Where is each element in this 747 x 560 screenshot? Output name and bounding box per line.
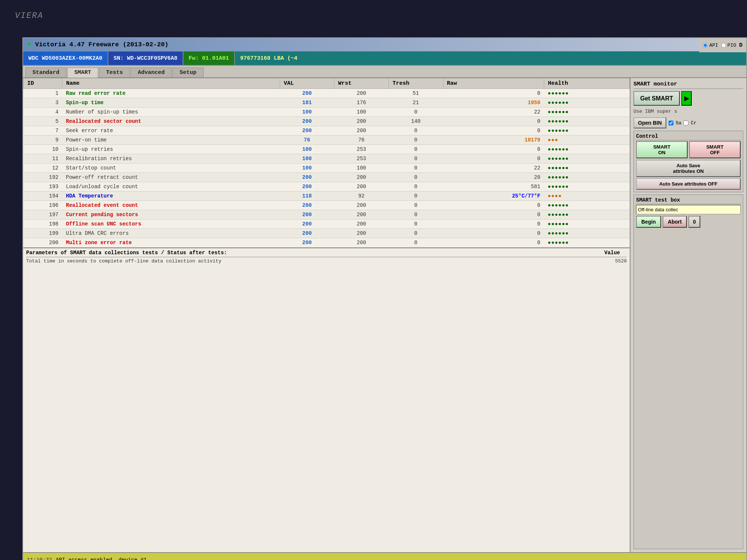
cell-health: ●●●●●● — [544, 117, 630, 126]
smart-on-button[interactable]: SMARTON — [636, 141, 688, 158]
test-box-section: SMART test box Begin Abort 0 — [633, 195, 743, 549]
log-time: 11:10:32 — [27, 557, 52, 560]
cell-tresh: 0 — [388, 145, 443, 154]
cell-name: Recalibration retries — [62, 154, 280, 164]
cell-tresh: 0 — [388, 182, 443, 192]
brand-logo: VIERA — [15, 11, 43, 21]
log-msg: API access enabled, device #1 — [56, 557, 147, 560]
open-bin-button[interactable]: Open BIN — [633, 117, 666, 128]
cell-val: 200 — [280, 182, 334, 192]
cell-tresh: 0 — [388, 192, 443, 201]
cell-raw: 0 — [443, 220, 544, 229]
cell-wrst: 200 — [334, 220, 389, 229]
cell-raw: 0 — [443, 89, 544, 98]
table-row: 193 Load/unload cycle count 200 200 0 58… — [24, 182, 630, 192]
cell-tresh: 0 — [388, 201, 443, 210]
abort-button[interactable]: Abort — [663, 216, 687, 228]
cell-val: 200 — [280, 201, 334, 210]
table-row: 4 Number of spin-up times 100 100 0 22 ●… — [24, 108, 630, 117]
tab-advanced[interactable]: Advanced — [131, 68, 172, 77]
cell-name: Spin-up retries — [62, 145, 280, 154]
col-header-val: VAL — [280, 78, 334, 89]
main-content: ID Name VAL Wrst Tresh Raw Health 1 Raw … — [23, 78, 746, 552]
cell-tresh: 140 — [388, 117, 443, 126]
cell-id: 197 — [24, 210, 62, 220]
auto-save-off-button[interactable]: Auto Save attributes OFF — [636, 178, 741, 190]
title-bar: + Victoria 4.47 Freeware (2013-02-20) — [23, 38, 746, 52]
save-checkbox[interactable] — [669, 121, 673, 125]
cell-val: 181 — [280, 98, 334, 108]
zero-button[interactable]: 0 — [688, 216, 700, 228]
cell-health: ●●●●●● — [544, 126, 630, 136]
tab-smart[interactable]: SMART — [67, 68, 98, 78]
get-smart-go-button[interactable]: ▶ — [681, 91, 692, 106]
cell-val: 200 — [280, 238, 334, 248]
cell-name: Current pending sectors — [62, 210, 280, 220]
table-row: 7 Seek error rate 200 200 0 0 ●●●●●● — [24, 126, 630, 136]
cell-name: Multi zone error rate — [62, 238, 280, 248]
col-header-raw: Raw — [443, 78, 544, 89]
cr-checkbox[interactable] — [684, 121, 688, 125]
cell-raw: 22 — [443, 164, 544, 173]
cell-wrst: 100 — [334, 164, 389, 173]
cell-id: 193 — [24, 182, 62, 192]
table-row: 197 Current pending sectors 200 200 0 0 … — [24, 210, 630, 220]
cell-health: ●●● — [544, 136, 630, 145]
cell-health: ●●●●●● — [544, 89, 630, 98]
cell-health: ●●●●●● — [544, 238, 630, 248]
cell-health: ●●●●●● — [544, 108, 630, 117]
cell-val: 100 — [280, 145, 334, 154]
sidebar: SMART monitor Get SMART ▶ Use IBM super … — [630, 78, 746, 552]
smart-table: ID Name VAL Wrst Tresh Raw Health 1 Raw … — [23, 78, 630, 248]
api-radio[interactable]: API — [703, 43, 718, 48]
table-row: 5 Reallocated sector count 200 200 140 0… — [24, 117, 630, 126]
cell-name: Ultra DMA CRC errors — [62, 229, 280, 238]
begin-button[interactable]: Begin — [636, 216, 661, 228]
test-box-input[interactable] — [636, 205, 741, 214]
cell-val: 118 — [280, 192, 334, 201]
cell-wrst: 176 — [334, 98, 389, 108]
drive-model: WDC WD5003AZEX-00MK2A0 — [23, 52, 108, 65]
tab-tests[interactable]: Tests — [99, 68, 130, 77]
cell-tresh: 0 — [388, 238, 443, 248]
cell-health: ●●●●●● — [544, 173, 630, 182]
cell-id: 12 — [24, 164, 62, 173]
tab-setup[interactable]: Setup — [173, 68, 204, 77]
tab-standard[interactable]: Standard — [25, 68, 66, 77]
cell-val: 100 — [280, 164, 334, 173]
d-label: D — [739, 42, 743, 49]
status-row1: Total time in seconds to complete off-li… — [26, 258, 582, 264]
cell-wrst: 253 — [334, 154, 389, 164]
cell-id: 1 — [24, 89, 62, 98]
log-line: 11:10:32API access enabled, device #1 — [27, 556, 743, 560]
app-icon: + — [27, 40, 31, 49]
cell-name: Offline scan UNC sectors — [62, 220, 280, 229]
table-row: 196 Reallocated event count 200 200 0 0 … — [24, 201, 630, 210]
cell-name: Seek error rate — [62, 126, 280, 136]
cell-health: ●●●●●● — [544, 145, 630, 154]
nav-tabs: Standard SMART Tests Advanced Setup — [23, 66, 746, 78]
cell-id: 200 — [24, 238, 62, 248]
smart-off-button[interactable]: SMARTOFF — [689, 141, 741, 158]
auto-save-on-button[interactable]: Auto Saveattributes ON — [636, 160, 741, 177]
app-window: + Victoria 4.47 Freeware (2013-02-20) WD… — [22, 37, 747, 560]
cell-wrst: 200 — [334, 201, 389, 210]
cell-id: 7 — [24, 126, 62, 136]
cell-wrst: 200 — [334, 173, 389, 182]
col-header-wrst: Wrst — [334, 78, 389, 89]
cell-name: Power-off retract count — [62, 173, 280, 182]
cell-raw: 0 — [443, 154, 544, 164]
pio-radio[interactable]: PIO — [721, 43, 736, 48]
cell-id: 196 — [24, 201, 62, 210]
cell-raw: 1950 — [443, 98, 544, 108]
cell-val: 200 — [280, 89, 334, 98]
cell-tresh: 0 — [388, 136, 443, 145]
cell-wrst: 200 — [334, 89, 389, 98]
cell-health: ●●●●●● — [544, 154, 630, 164]
table-row: 3 Spin-up time 181 176 21 1950 ●●●●●● — [24, 98, 630, 108]
cell-id: 4 — [24, 108, 62, 117]
status-row1-val: 5520 — [582, 258, 627, 264]
control-section: Control SMARTON SMARTOFF Auto Saveattrib… — [633, 131, 743, 192]
cell-health: ●●●●●● — [544, 182, 630, 192]
get-smart-button[interactable]: Get SMART — [633, 91, 680, 106]
